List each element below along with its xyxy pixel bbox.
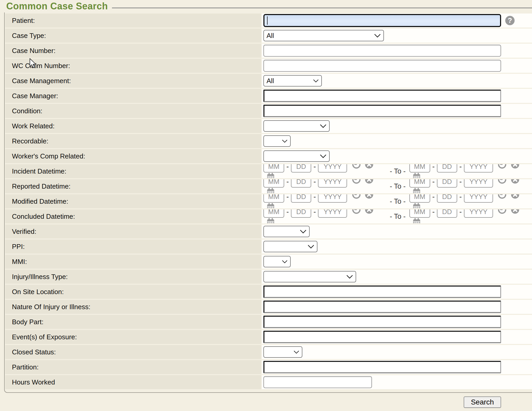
concluded-start-month-input[interactable]	[263, 209, 284, 218]
modified-end-month-input[interactable]	[409, 194, 430, 203]
text-caret	[267, 16, 268, 25]
reported-end-date-group: - -	[409, 179, 532, 193]
chevron-down-icon	[374, 34, 381, 38]
chevron-down-icon	[300, 230, 307, 234]
closed-status-select[interactable]	[263, 346, 302, 358]
case-management-select[interactable]: All	[263, 75, 322, 87]
incident-start-calendar-icon[interactable]	[266, 173, 275, 178]
concluded-end-clock-icon[interactable]	[498, 209, 507, 214]
incident-end-year-input[interactable]	[464, 164, 493, 173]
ppi-select[interactable]	[263, 241, 317, 252]
reported-start-clear-icon[interactable]	[365, 179, 374, 184]
wc-claim-number-input[interactable]	[263, 60, 501, 72]
work-related-select[interactable]	[263, 120, 330, 132]
nature-of-injury-input[interactable]	[263, 301, 501, 313]
case-number-input[interactable]	[263, 45, 501, 57]
reported-end-year-input[interactable]	[464, 179, 493, 188]
chevron-down-icon	[346, 275, 353, 279]
form-row-reported-datetime: Reported Datetime: - -	[5, 179, 532, 193]
events-of-exposure-input[interactable]	[263, 331, 501, 343]
concluded-end-day-input[interactable]	[437, 209, 457, 218]
recordable-select[interactable]	[263, 135, 291, 147]
form-row-workers-comp-related: Worker's Comp Related:	[5, 149, 532, 163]
incident-start-clear-icon[interactable]	[365, 164, 374, 169]
reported-start-date-group: - -	[263, 179, 386, 193]
incident-datetime-label: Incident Datetime:	[12, 167, 66, 175]
to-separator: - To -	[390, 182, 405, 190]
recordable-label: Recordable:	[12, 137, 48, 145]
incident-end-clock-icon[interactable]	[498, 164, 507, 169]
concluded-start-clock-icon[interactable]	[352, 209, 361, 214]
form-row-hours-worked: Hours Worked	[5, 375, 532, 389]
modified-end-day-input[interactable]	[437, 194, 457, 203]
on-site-location-input[interactable]	[263, 286, 501, 298]
case-type-select[interactable]: All	[263, 30, 384, 41]
concluded-start-year-input[interactable]	[318, 209, 347, 218]
incident-end-day-input[interactable]	[437, 164, 457, 173]
concluded-start-clear-icon[interactable]	[365, 209, 374, 214]
hours-worked-input[interactable]	[263, 376, 372, 388]
condition-label: Condition:	[12, 107, 42, 115]
modified-end-year-input[interactable]	[464, 194, 493, 203]
concluded-end-year-input[interactable]	[464, 209, 493, 218]
help-icon[interactable]: ?	[505, 16, 515, 25]
case-management-label: Case Management:	[12, 77, 71, 85]
form-footer: Search	[0, 393, 532, 411]
reported-end-day-input[interactable]	[437, 179, 457, 188]
workers-comp-related-select[interactable]	[263, 150, 330, 162]
body-part-input[interactable]	[263, 316, 501, 328]
injury-illness-type-select[interactable]	[263, 271, 356, 282]
partition-input[interactable]	[263, 361, 501, 373]
form-row-patient: Patient: ?	[5, 14, 532, 28]
modified-start-clear-icon[interactable]	[365, 194, 374, 199]
case-type-label: Case Type:	[12, 32, 46, 40]
mmi-select[interactable]	[263, 256, 291, 267]
chevron-down-icon	[320, 154, 327, 158]
case-manager-input[interactable]	[263, 90, 501, 102]
reported-end-month-input[interactable]	[409, 179, 430, 188]
incident-end-clear-icon[interactable]	[511, 164, 520, 169]
incident-start-day-input[interactable]	[291, 164, 311, 173]
reported-start-month-input[interactable]	[263, 179, 284, 188]
concluded-start-day-input[interactable]	[291, 209, 311, 218]
concluded-end-calendar-icon[interactable]	[412, 218, 421, 223]
wc-claim-number-label: WC Claim Number:	[12, 62, 70, 70]
reported-start-year-input[interactable]	[318, 179, 347, 188]
condition-input[interactable]	[263, 105, 501, 117]
reported-end-clear-icon[interactable]	[511, 179, 520, 184]
reported-start-day-input[interactable]	[291, 179, 311, 188]
reported-start-clock-icon[interactable]	[352, 179, 361, 184]
modified-start-year-input[interactable]	[318, 194, 347, 203]
reported-start-calendar-icon[interactable]	[266, 188, 275, 193]
incident-start-clock-icon[interactable]	[352, 164, 361, 169]
reported-end-calendar-icon[interactable]	[412, 188, 421, 193]
modified-end-calendar-icon[interactable]	[412, 203, 421, 208]
form-row-partition: Partition:	[5, 360, 532, 374]
hours-worked-label: Hours Worked	[12, 378, 55, 386]
reported-end-clock-icon[interactable]	[498, 179, 507, 184]
incident-start-year-input[interactable]	[318, 164, 347, 173]
reported-datetime-label: Reported Datetime:	[12, 182, 70, 190]
modified-start-month-input[interactable]	[263, 194, 284, 203]
concluded-datetime-label: Concluded Datetime:	[12, 213, 75, 221]
incident-end-calendar-icon[interactable]	[412, 173, 421, 178]
modified-end-clock-icon[interactable]	[498, 194, 507, 199]
chevron-down-icon	[313, 79, 319, 83]
modified-end-clear-icon[interactable]	[511, 194, 520, 199]
concluded-start-date-group: - -	[263, 209, 386, 223]
search-button[interactable]: Search	[464, 396, 501, 408]
concluded-end-clear-icon[interactable]	[511, 209, 520, 214]
patient-input[interactable]	[263, 14, 501, 27]
form-row-case-number: Case Number:	[5, 44, 532, 58]
incident-start-month-input[interactable]	[263, 164, 284, 173]
search-form-panel: Patient: ? Case Type: All Case Number: W…	[4, 12, 532, 393]
form-row-body-part: Body Part:	[5, 315, 532, 329]
verified-select[interactable]	[263, 226, 310, 237]
modified-start-calendar-icon[interactable]	[266, 203, 275, 208]
modified-start-clock-icon[interactable]	[352, 194, 361, 199]
concluded-end-month-input[interactable]	[409, 209, 430, 218]
incident-end-month-input[interactable]	[409, 164, 430, 173]
common-case-search-page: { "page": { "title": "Common Case Search…	[0, 0, 532, 411]
concluded-start-calendar-icon[interactable]	[266, 218, 275, 223]
modified-start-day-input[interactable]	[291, 194, 311, 203]
